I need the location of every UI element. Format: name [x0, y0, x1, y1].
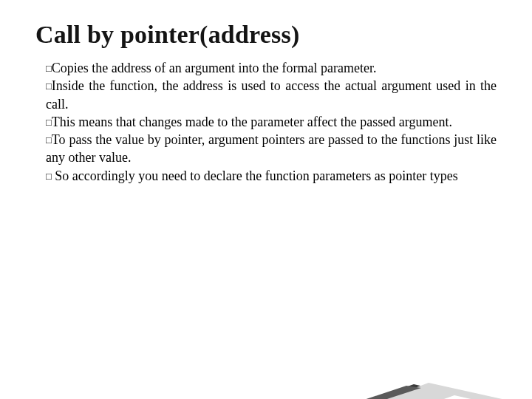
slide-title: Call by pointer(address) [35, 21, 497, 49]
slide: Call by pointer(address) □Copies the add… [0, 0, 532, 185]
bullet-icon: □ [46, 80, 52, 93]
bullet-icon: □ [46, 134, 52, 147]
bullet-icon: □ [46, 62, 52, 75]
bullet-text: This means that changes made to the para… [52, 115, 452, 129]
bullet-text: To pass the value by pointer, argument p… [46, 132, 497, 165]
corner-decoration [266, 288, 532, 399]
bullet-text: So accordingly you need to declare the f… [52, 168, 458, 183]
bullet-text: Inside the function, the address is used… [46, 78, 497, 111]
bullet-icon: □ [46, 170, 52, 183]
slide-body: □Copies the address of an argument into … [35, 59, 497, 185]
bullet-icon: □ [46, 116, 52, 129]
bullet-text: Copies the address of an argument into t… [52, 61, 377, 75]
